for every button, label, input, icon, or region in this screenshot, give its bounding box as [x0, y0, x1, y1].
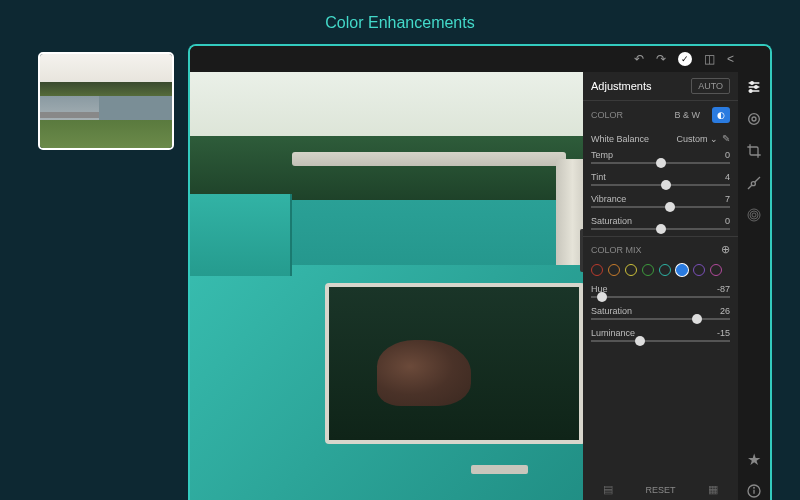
color-mode-button[interactable]: ◐ — [712, 107, 730, 123]
reset-button[interactable]: RESET — [645, 485, 675, 495]
saturation-slider[interactable]: Saturation0 — [583, 214, 738, 236]
color-swatch[interactable] — [625, 264, 637, 276]
redo-icon[interactable]: ↷ — [656, 52, 666, 66]
page-title: Color Enhancements — [0, 14, 800, 32]
info-icon[interactable] — [745, 482, 763, 500]
svg-point-4 — [755, 86, 758, 89]
white-balance-value[interactable]: Custom ⌄ — [676, 134, 718, 144]
top-toolbar: ↶ ↷ ✓ ◫ < — [190, 46, 770, 72]
star-icon[interactable]: ★ — [745, 450, 763, 468]
target-adjustment-icon[interactable]: ⊕ — [721, 243, 730, 256]
temp-slider[interactable]: Temp0 — [583, 148, 738, 170]
white-balance-label: White Balance — [591, 134, 672, 144]
svg-point-8 — [751, 182, 755, 186]
app-frame: ↶ ↷ ✓ ◫ < Adjustments AUTO COLOR — [188, 44, 772, 500]
color-swatches — [583, 260, 738, 282]
tool-rail: ★ — [738, 72, 770, 500]
original-thumbnail — [38, 52, 174, 150]
filmstrip-icon[interactable]: ▤ — [603, 483, 613, 496]
luminance-slider[interactable]: Luminance-15 — [583, 326, 738, 348]
svg-point-6 — [749, 114, 760, 125]
photo-canvas[interactable] — [190, 72, 583, 500]
compare-icon[interactable]: ◫ — [704, 52, 715, 66]
svg-point-7 — [752, 117, 756, 121]
sliders-icon[interactable] — [745, 78, 763, 96]
adjustments-panel: Adjustments AUTO COLOR B & W ◐ White Bal… — [583, 72, 738, 500]
color-swatch[interactable] — [642, 264, 654, 276]
color-swatch[interactable] — [676, 264, 688, 276]
tint-slider[interactable]: Tint4 — [583, 170, 738, 192]
color-mix-label: COLOR MIX — [591, 245, 642, 255]
mix-saturation-slider[interactable]: Saturation26 — [583, 304, 738, 326]
grid-icon[interactable]: ▦ — [708, 483, 718, 496]
svg-point-5 — [749, 90, 752, 93]
vibrance-slider[interactable]: Vibrance7 — [583, 192, 738, 214]
color-swatch[interactable] — [710, 264, 722, 276]
svg-point-10 — [750, 211, 758, 219]
color-wheel-icon[interactable] — [745, 110, 763, 128]
svg-point-14 — [754, 487, 755, 488]
share-icon[interactable]: < — [727, 52, 734, 66]
color-swatch[interactable] — [591, 264, 603, 276]
svg-point-9 — [752, 213, 756, 217]
healing-icon[interactable] — [745, 174, 763, 192]
panel-title: Adjustments — [591, 80, 652, 92]
hue-slider[interactable]: Hue-87 — [583, 282, 738, 304]
color-swatch[interactable] — [608, 264, 620, 276]
auto-button[interactable]: AUTO — [691, 78, 730, 94]
radial-icon[interactable] — [745, 206, 763, 224]
color-mode-label: COLOR — [591, 110, 662, 120]
color-swatch[interactable] — [693, 264, 705, 276]
crop-icon[interactable] — [745, 142, 763, 160]
undo-icon[interactable]: ↶ — [634, 52, 644, 66]
confirm-icon[interactable]: ✓ — [678, 52, 692, 66]
bw-mode-button[interactable]: B & W — [668, 108, 706, 122]
svg-point-3 — [751, 82, 754, 85]
color-swatch[interactable] — [659, 264, 671, 276]
eyedropper-icon[interactable]: ✎ — [722, 133, 730, 144]
